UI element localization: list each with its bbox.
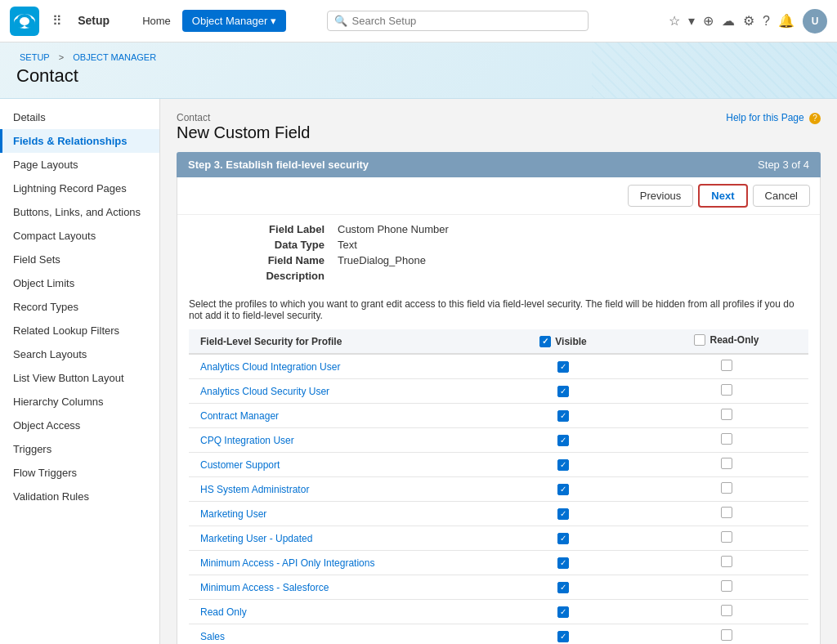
visible-checkbox-10[interactable]: ✓ <box>557 606 569 618</box>
visible-checkbox-6[interactable]: ✓ <box>557 508 569 520</box>
profile-cell: Marketing User <box>189 502 481 526</box>
sidebar-item-validation-rules[interactable]: Validation Rules <box>0 485 159 508</box>
readonly-checkbox-0[interactable] <box>721 360 732 371</box>
top-toolbar: Previous Next Cancel <box>177 177 820 215</box>
top-nav-right: ☆ ▾ ⊕ ☁ ⚙ ? 🔔 U <box>669 9 827 34</box>
previous-button-top[interactable]: Previous <box>628 185 694 207</box>
readonly-checkbox-10[interactable] <box>721 605 732 616</box>
col-visible-header[interactable]: ✓ Visible <box>481 329 645 354</box>
visible-checkbox-4[interactable]: ✓ <box>557 459 569 471</box>
sidebar-item-triggers[interactable]: Triggers <box>0 437 159 461</box>
visible-checkbox-5[interactable]: ✓ <box>557 484 569 495</box>
visible-checkbox-2[interactable]: ✓ <box>557 410 569 422</box>
readonly-checkbox-8[interactable] <box>721 556 732 567</box>
sidebar-item-list-view-button-layout[interactable]: List View Button Layout <box>0 366 159 390</box>
visible-all-checkbox[interactable]: ✓ <box>539 336 551 347</box>
step-header: Step 3. Establish field-level security S… <box>177 152 821 177</box>
visible-checkbox-1[interactable]: ✓ <box>557 386 569 397</box>
sidebar-item-search-layouts[interactable]: Search Layouts <box>0 342 159 366</box>
readonly-cell[interactable] <box>645 379 808 404</box>
question-icon[interactable]: ? <box>763 14 770 29</box>
next-button-top[interactable]: Next <box>698 184 747 208</box>
sidebar-item-details[interactable]: Details <box>0 105 159 129</box>
readonly-checkbox-3[interactable] <box>721 433 732 445</box>
instruction-text: Select the profiles to which you want to… <box>177 295 820 329</box>
visible-cell[interactable]: ✓ <box>481 624 645 645</box>
app-launcher-icon[interactable]: ⠿ <box>52 13 62 29</box>
readonly-cell[interactable] <box>645 428 808 453</box>
readonly-checkbox-11[interactable] <box>721 629 732 641</box>
visible-cell[interactable]: ✓ <box>481 404 645 428</box>
readonly-cell[interactable] <box>645 600 808 624</box>
visible-cell[interactable]: ✓ <box>481 502 645 526</box>
visible-checkbox-9[interactable]: ✓ <box>557 582 569 593</box>
sidebar-item-related-lookup-filters[interactable]: Related Lookup Filters <box>0 319 159 342</box>
visible-cell[interactable]: ✓ <box>481 379 645 404</box>
sidebar-item-hierarchy-columns[interactable]: Hierarchy Columns <box>0 390 159 414</box>
visible-checkbox-7[interactable]: ✓ <box>557 533 569 544</box>
nav-home[interactable]: Home <box>132 10 181 32</box>
readonly-cell[interactable] <box>645 354 808 379</box>
cloud-icon[interactable]: ☁ <box>722 13 735 29</box>
sidebar-item-field-sets[interactable]: Field Sets <box>0 248 159 271</box>
help-icon: ? <box>809 113 821 124</box>
readonly-checkbox-2[interactable] <box>721 409 732 420</box>
readonly-all-checkbox[interactable] <box>694 334 705 346</box>
sidebar-item-buttons-links-actions[interactable]: Buttons, Links, and Actions <box>0 200 159 224</box>
breadcrumb-object-manager[interactable]: OBJECT MANAGER <box>73 52 156 62</box>
readonly-checkbox-1[interactable] <box>721 384 732 396</box>
visible-cell[interactable]: ✓ <box>481 453 645 477</box>
col-profile-header: Field-Level Security for Profile <box>189 329 481 354</box>
avatar[interactable]: U <box>803 9 827 34</box>
readonly-cell[interactable] <box>645 453 808 477</box>
visible-checkbox-11[interactable]: ✓ <box>557 631 569 642</box>
readonly-checkbox-4[interactable] <box>721 458 732 469</box>
bell-icon[interactable]: 🔔 <box>778 13 794 29</box>
readonly-cell[interactable] <box>645 404 808 428</box>
visible-cell[interactable]: ✓ <box>481 477 645 502</box>
sidebar-item-fields-relationships[interactable]: Fields & Relationships <box>0 129 159 153</box>
star-icon[interactable]: ☆ <box>669 13 680 29</box>
visible-cell[interactable]: ✓ <box>481 526 645 551</box>
search-input[interactable] <box>352 15 581 27</box>
visible-checkbox-8[interactable]: ✓ <box>557 557 569 569</box>
readonly-cell[interactable] <box>645 526 808 551</box>
bookmark-icon[interactable]: ▾ <box>688 13 695 29</box>
sidebar-item-flow-triggers[interactable]: Flow Triggers <box>0 461 159 485</box>
sidebar-item-page-layouts[interactable]: Page Layouts <box>0 153 159 177</box>
readonly-checkbox-6[interactable] <box>721 507 732 518</box>
help-link[interactable]: Help for this Page ? <box>726 112 821 124</box>
breadcrumb-setup[interactable]: SETUP <box>20 52 50 62</box>
readonly-cell[interactable] <box>645 502 808 526</box>
readonly-cell[interactable] <box>645 624 808 645</box>
readonly-checkbox-7[interactable] <box>721 531 732 543</box>
readonly-cell[interactable] <box>645 551 808 575</box>
visible-cell[interactable]: ✓ <box>481 600 645 624</box>
table-row: Contract Manager ✓ <box>189 404 808 428</box>
add-icon[interactable]: ⊕ <box>703 13 714 29</box>
readonly-checkbox-9[interactable] <box>721 580 732 592</box>
table-row: Analytics Cloud Integration User ✓ <box>189 354 808 379</box>
gear-icon[interactable]: ⚙ <box>743 13 754 29</box>
readonly-cell[interactable] <box>645 477 808 502</box>
sidebar-item-compact-layouts[interactable]: Compact Layouts <box>0 224 159 248</box>
visible-cell[interactable]: ✓ <box>481 354 645 379</box>
search-bar[interactable]: 🔍 <box>327 11 589 31</box>
sidebar-item-object-limits[interactable]: Object Limits <box>0 271 159 295</box>
visible-checkbox-0[interactable]: ✓ <box>557 361 569 373</box>
sidebar: Details Fields & Relationships Page Layo… <box>0 99 160 644</box>
sidebar-item-record-types[interactable]: Record Types <box>0 295 159 319</box>
nav-object-manager[interactable]: Object Manager ▾ <box>182 10 287 32</box>
sidebar-item-lightning-record-pages[interactable]: Lightning Record Pages <box>0 177 159 200</box>
readonly-cell[interactable] <box>645 575 808 600</box>
readonly-checkbox-5[interactable] <box>721 482 732 494</box>
col-readonly-header[interactable]: Read-Only <box>645 329 808 354</box>
page-header: SETUP > OBJECT MANAGER Contact <box>0 42 837 99</box>
profile-cell: Customer Support <box>189 453 481 477</box>
visible-checkbox-3[interactable]: ✓ <box>557 435 569 446</box>
sidebar-item-object-access[interactable]: Object Access <box>0 414 159 437</box>
visible-cell[interactable]: ✓ <box>481 551 645 575</box>
cancel-button-top[interactable]: Cancel <box>753 185 810 207</box>
visible-cell[interactable]: ✓ <box>481 575 645 600</box>
visible-cell[interactable]: ✓ <box>481 428 645 453</box>
